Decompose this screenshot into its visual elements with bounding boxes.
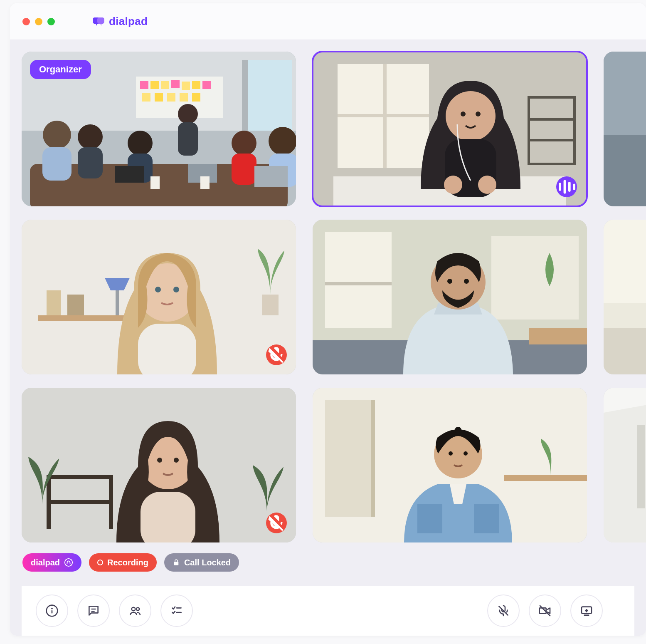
svg-rect-16 xyxy=(180,93,188,102)
svg-rect-12 xyxy=(202,81,211,89)
svg-point-96 xyxy=(464,451,468,456)
mic-off-icon xyxy=(497,604,510,617)
svg-point-20 xyxy=(43,121,71,149)
camera-button[interactable] xyxy=(529,594,561,627)
window-controls xyxy=(22,18,55,25)
checklist-icon xyxy=(170,604,183,617)
speaking-indicator-icon xyxy=(556,176,577,197)
svg-rect-88 xyxy=(325,400,375,517)
svg-rect-33 xyxy=(200,176,210,189)
svg-point-26 xyxy=(232,131,256,156)
zoom-window-button[interactable] xyxy=(47,18,55,25)
svg-rect-14 xyxy=(155,93,163,102)
svg-point-24 xyxy=(128,131,153,156)
brand: dialpad xyxy=(92,15,148,28)
svg-point-63 xyxy=(155,287,161,292)
svg-rect-6 xyxy=(140,81,148,89)
svg-rect-67 xyxy=(325,232,392,328)
close-window-button[interactable] xyxy=(22,18,30,25)
svg-rect-76 xyxy=(604,220,646,303)
chat-icon xyxy=(87,604,100,617)
svg-rect-69 xyxy=(491,236,579,320)
svg-point-18 xyxy=(178,104,198,124)
svg-rect-8 xyxy=(161,81,169,89)
svg-point-101 xyxy=(51,608,53,609)
chat-button[interactable] xyxy=(77,594,110,627)
camera-off-icon xyxy=(538,604,552,617)
svg-rect-41 xyxy=(529,118,574,121)
record-icon xyxy=(97,560,103,565)
tasks-button[interactable] xyxy=(160,594,193,627)
participant-tile[interactable] xyxy=(604,388,646,542)
brand-name: dialpad xyxy=(109,15,148,28)
svg-rect-90 xyxy=(504,475,587,481)
muted-indicator-icon xyxy=(266,344,287,365)
svg-point-22 xyxy=(78,124,103,149)
participant-tile[interactable]: Organizer xyxy=(22,52,296,206)
status-row: dialpad Recording Call Locked xyxy=(22,553,634,572)
minimize-window-button[interactable] xyxy=(35,18,42,25)
svg-point-46 xyxy=(476,111,481,116)
svg-rect-17 xyxy=(192,93,200,102)
svg-point-74 xyxy=(464,279,469,284)
svg-point-84 xyxy=(157,458,162,463)
svg-rect-98 xyxy=(637,425,645,508)
svg-rect-15 xyxy=(167,93,175,102)
svg-rect-7 xyxy=(150,81,159,89)
svg-point-64 xyxy=(173,287,179,292)
participant-tile[interactable] xyxy=(22,388,296,542)
participants-button[interactable] xyxy=(119,594,151,627)
svg-rect-82 xyxy=(109,475,113,529)
svg-rect-27 xyxy=(232,154,256,185)
svg-rect-34 xyxy=(150,176,160,189)
info-button[interactable] xyxy=(36,594,68,627)
muted-indicator-icon xyxy=(266,513,287,533)
people-icon xyxy=(128,604,142,617)
svg-point-106 xyxy=(136,608,139,611)
screen-share-icon xyxy=(580,604,593,617)
mute-button[interactable] xyxy=(487,594,520,627)
toolbar xyxy=(22,586,634,636)
participant-tile[interactable] xyxy=(313,220,587,374)
svg-rect-32 xyxy=(254,166,288,187)
ai-pill[interactable]: dialpad xyxy=(22,553,81,572)
participant-tile[interactable] xyxy=(604,220,646,374)
svg-rect-9 xyxy=(171,80,180,88)
svg-point-105 xyxy=(132,607,136,611)
svg-rect-92 xyxy=(474,504,499,533)
svg-rect-60 xyxy=(116,290,119,315)
svg-rect-80 xyxy=(47,500,113,504)
svg-rect-39 xyxy=(338,114,429,117)
participant-tile[interactable] xyxy=(22,220,296,374)
call-locked-pill[interactable]: Call Locked xyxy=(164,553,239,572)
app-window: dialpad xyxy=(10,3,646,636)
participant-tile[interactable] xyxy=(604,52,646,206)
screen-share-button[interactable] xyxy=(570,594,603,627)
svg-point-49 xyxy=(478,176,496,194)
svg-rect-11 xyxy=(192,81,200,89)
info-icon xyxy=(45,604,59,617)
svg-rect-89 xyxy=(371,400,375,517)
brand-logo-icon xyxy=(92,17,105,27)
svg-rect-21 xyxy=(42,147,72,181)
svg-point-28 xyxy=(269,127,296,155)
svg-rect-79 xyxy=(47,475,113,479)
participant-tile[interactable] xyxy=(313,388,587,542)
recording-pill[interactable]: Recording xyxy=(89,553,157,572)
svg-point-44 xyxy=(446,91,496,141)
svg-point-45 xyxy=(461,111,466,116)
toolbar-overflow[interactable] xyxy=(612,594,620,627)
ai-pill-label: dialpad xyxy=(31,558,60,567)
svg-rect-61 xyxy=(262,295,279,315)
participant-tile[interactable] xyxy=(313,52,587,206)
svg-rect-13 xyxy=(142,93,150,102)
svg-rect-42 xyxy=(529,139,574,141)
svg-rect-86 xyxy=(141,492,195,542)
titlebar: dialpad xyxy=(10,3,646,40)
svg-rect-57 xyxy=(38,315,130,321)
svg-rect-23 xyxy=(78,147,103,178)
svg-rect-94 xyxy=(455,427,461,434)
organizer-badge-label: Organizer xyxy=(39,64,82,75)
svg-rect-3 xyxy=(246,60,292,131)
svg-rect-55 xyxy=(604,52,646,135)
